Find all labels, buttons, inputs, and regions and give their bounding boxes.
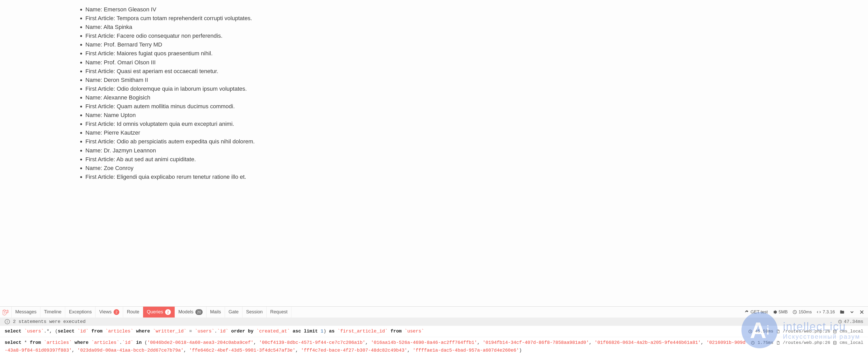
list-item: First Article: Facere odio consequatur n… — [85, 32, 852, 40]
query-meta: 45.59ms /routes/web.php:26 cms_local — [748, 327, 863, 335]
debugbar-header: Messages Timeline Exceptions Views 2 Rou… — [0, 307, 868, 318]
clock-icon — [751, 341, 755, 345]
file-icon — [776, 341, 780, 345]
list-item: Name: Dr. Jazmyn Leannon — [85, 146, 852, 155]
list-item: Name: Name Upton — [85, 111, 852, 119]
query-row[interactable]: select `users`.*, (select `id` from `art… — [0, 326, 868, 337]
laravel-logo-icon[interactable] — [0, 307, 11, 318]
list-item: First Article: Maiores fugiat quos praes… — [85, 49, 852, 58]
request-method-url[interactable]: GET test — [744, 310, 768, 315]
tab-messages[interactable]: Messages — [11, 307, 40, 318]
database-icon — [833, 341, 837, 345]
list-item: Name: Deron Smitham II — [85, 76, 852, 84]
views-count-badge: 2 — [114, 309, 119, 315]
tab-models[interactable]: Models 20 — [175, 307, 207, 318]
tab-mails[interactable]: Mails — [207, 307, 225, 318]
list-item: Name: Prof. Omari Olson III — [85, 58, 852, 67]
items-list: Name: Emerson Gleason IVFirst Article: T… — [78, 5, 852, 181]
list-item: First Article: Quam autem mollitia minus… — [85, 102, 852, 111]
list-item: Name: Zoe Conroy — [85, 164, 852, 173]
list-item: Name: Prof. Bernard Terry MD — [85, 40, 852, 49]
tab-timeline[interactable]: Timeline — [40, 307, 65, 318]
memory-metric[interactable]: 5MB — [773, 310, 788, 315]
status-total-time: 47.34ms — [844, 319, 863, 324]
svg-point-3 — [834, 330, 836, 331]
list-item: First Article: Eligendi quia explicabo r… — [85, 173, 852, 181]
time-metric[interactable]: 150ms — [793, 310, 812, 315]
clock-icon — [748, 329, 752, 333]
list-item: Name: Pierre Kautzer — [85, 129, 852, 137]
folder-icon[interactable] — [840, 310, 845, 315]
tab-exceptions[interactable]: Exceptions — [65, 307, 95, 318]
list-item: First Article: Ab aut sed aut animi cupi… — [85, 155, 852, 164]
list-item: First Article: Id omnis voluptatem quia … — [85, 119, 852, 129]
query-sql: select * from `articles` where `articles… — [5, 339, 746, 354]
status-text: 2 statements were executed — [13, 319, 86, 324]
info-icon: i — [5, 319, 10, 324]
tab-request[interactable]: Request — [267, 307, 291, 318]
list-item: Name: Alta Spinka — [85, 23, 852, 32]
debugbar-status: i 2 statements were executed 47.34ms — [0, 318, 868, 326]
list-item: Name: Emerson Gleason IV — [85, 5, 852, 14]
share-icon — [744, 310, 749, 314]
tab-queries[interactable]: Queries 2 — [143, 307, 175, 318]
clock-icon — [838, 320, 842, 324]
list-item: Name: Alexanne Bogisich — [85, 93, 852, 102]
database-icon — [833, 329, 837, 333]
file-icon — [776, 329, 780, 333]
close-icon[interactable] — [859, 310, 864, 315]
tab-views[interactable]: Views 2 — [95, 307, 123, 318]
list-item: First Article: Odio ab perspiciatis aute… — [85, 137, 852, 146]
debugbar: Messages Timeline Exceptions Views 2 Rou… — [0, 307, 868, 356]
tab-session[interactable]: Session — [243, 307, 267, 318]
code-icon — [816, 310, 821, 314]
list-item: First Article: Quasi est aperiam est occ… — [85, 67, 852, 76]
minimize-icon[interactable] — [849, 310, 855, 315]
page-content: Name: Emerson Gleason IVFirst Article: T… — [0, 0, 868, 307]
query-sql: select `users`.*, (select `id` from `art… — [5, 327, 743, 335]
gear-icon — [773, 310, 777, 314]
tab-gate[interactable]: Gate — [225, 307, 243, 318]
query-row[interactable]: select * from `articles` where `articles… — [0, 337, 868, 356]
tab-route[interactable]: Route — [123, 307, 143, 318]
models-count-badge: 20 — [195, 309, 203, 315]
list-item: First Article: Tempora cum totam reprehe… — [85, 14, 852, 23]
query-meta: 1.75ms /routes/web.php:26 cms_local — [751, 339, 863, 347]
list-item: First Article: Odio doloremque quia in l… — [85, 84, 852, 93]
queries-panel: select `users`.*, (select `id` from `art… — [0, 326, 868, 356]
clock-icon — [793, 310, 797, 314]
svg-point-5 — [834, 341, 836, 342]
queries-count-badge: 2 — [165, 309, 171, 315]
php-version[interactable]: 7.3.16 — [816, 310, 835, 315]
debugbar-tabs: Messages Timeline Exceptions Views 2 Rou… — [11, 307, 291, 318]
debugbar-right: GET test 5MB 150ms 7.3.16 — [741, 307, 868, 318]
